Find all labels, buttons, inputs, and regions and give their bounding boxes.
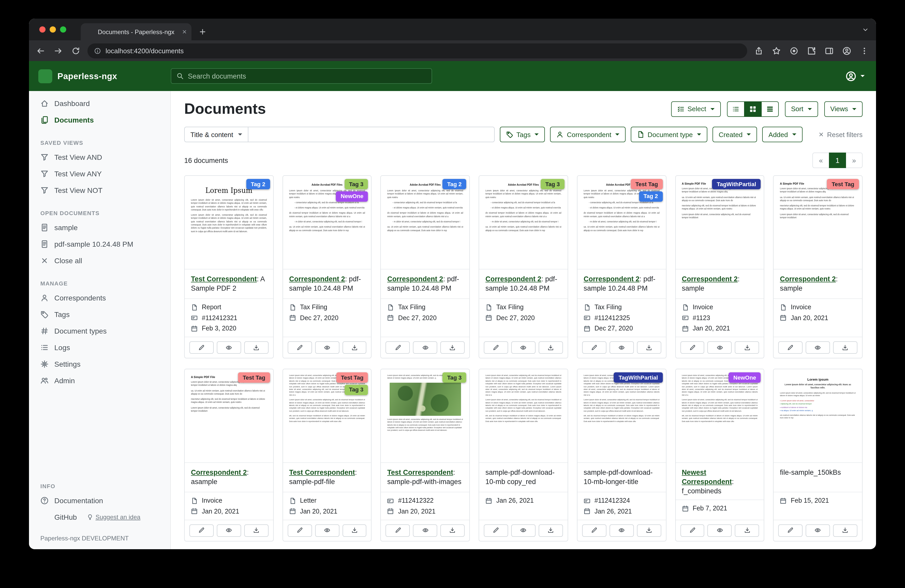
- tag-badge-tag-2[interactable]: Tag 2: [246, 179, 270, 189]
- profile-button[interactable]: [842, 46, 851, 55]
- download-document-button[interactable]: [440, 524, 465, 537]
- preview-document-button[interactable]: [413, 524, 438, 537]
- correspondent-link[interactable]: Correspondent 2: [387, 275, 443, 283]
- correspondent-link[interactable]: Correspondent 2: [584, 275, 640, 283]
- sidebar-item-pdf-sample-10-24-48-pm[interactable]: pdf-sample 10.24.48 PM: [29, 236, 170, 252]
- document-thumbnail[interactable]: Lorem ipsum dolor sit amet, consectetur …: [283, 369, 371, 463]
- download-document-button[interactable]: [637, 524, 661, 537]
- correspondent-link[interactable]: Newest Correspondent: [682, 469, 732, 486]
- edit-document-button[interactable]: [484, 341, 508, 354]
- title-content-dropdown[interactable]: Title & content: [184, 127, 248, 142]
- correspondent-link[interactable]: Correspondent 2: [780, 275, 836, 283]
- download-document-button[interactable]: [244, 341, 268, 354]
- edit-document-button[interactable]: [189, 341, 214, 354]
- correspondent-link[interactable]: Correspondent 2: [485, 275, 541, 283]
- download-document-button[interactable]: [244, 524, 268, 537]
- edit-document-button[interactable]: [582, 524, 607, 537]
- document-thumbnail[interactable]: Adobe Acrobat PDF FilesLorem ipsum dolor…: [283, 176, 371, 269]
- detail-view-button[interactable]: [761, 101, 778, 117]
- sidebar-item-test-view-not[interactable]: Test View NOT: [29, 182, 170, 198]
- close-window-button[interactable]: [39, 26, 46, 33]
- correspondent-link[interactable]: Test Correspondent: [191, 275, 257, 283]
- select-button[interactable]: Select: [671, 101, 721, 117]
- tag-badge-tag-3[interactable]: Tag 3: [345, 385, 368, 395]
- tag-badge-newone[interactable]: NewOne: [729, 372, 761, 383]
- preview-document-button[interactable]: [708, 341, 732, 354]
- edit-document-button[interactable]: [778, 524, 803, 537]
- preview-document-button[interactable]: [806, 341, 830, 354]
- previous-page-button[interactable]: «: [812, 152, 829, 168]
- edit-document-button[interactable]: [287, 341, 312, 354]
- zoom-window-button[interactable]: [60, 26, 66, 33]
- edit-document-button[interactable]: [386, 524, 410, 537]
- current-page-button[interactable]: 1: [829, 152, 846, 168]
- download-document-button[interactable]: [637, 341, 661, 354]
- download-document-button[interactable]: [539, 524, 563, 537]
- created-filter-button[interactable]: Created: [713, 127, 757, 142]
- document-thumbnail[interactable]: A Simple PDF FileLorem ipsum dolor sit a…: [675, 176, 764, 269]
- download-document-button[interactable]: [735, 524, 759, 537]
- correspondent-link[interactable]: Correspondent 2: [289, 275, 345, 283]
- tag-badge-tag-2[interactable]: Tag 2: [442, 179, 466, 189]
- preview-document-button[interactable]: [315, 524, 339, 537]
- preview-document-button[interactable]: [511, 524, 535, 537]
- document-thumbnail[interactable]: Lorem ipsum dolor sit amet, consectetur …: [381, 369, 469, 463]
- tag-badge-tag-3[interactable]: Tag 3: [541, 179, 565, 189]
- preview-document-button[interactable]: [610, 524, 634, 537]
- sidebar-item-sample[interactable]: sample: [29, 219, 170, 236]
- document-thumbnail[interactable]: A Simple PDF FileLorem ipsum dolor sit a…: [185, 369, 273, 463]
- tag-badge-tag-3[interactable]: Tag 3: [442, 372, 466, 383]
- minimize-window-button[interactable]: [50, 26, 56, 33]
- edit-document-button[interactable]: [680, 524, 705, 537]
- download-document-button[interactable]: [833, 341, 857, 354]
- browser-tab[interactable]: Documents - Paperless-ngx: [81, 23, 191, 40]
- preview-document-button[interactable]: [315, 341, 339, 354]
- preview-document-button[interactable]: [217, 524, 241, 537]
- tag-badge-tagwithpartial[interactable]: TagWithPartial: [712, 179, 761, 189]
- tag-badge-test-tag[interactable]: Test Tag: [827, 179, 859, 189]
- reset-filters-button[interactable]: Reset filters: [818, 131, 862, 138]
- document-thumbnail[interactable]: Lorem ipsum dolor sit amet, consectetur …: [578, 369, 666, 463]
- document-thumbnail[interactable]: Lorem ipsum dolor sit amet, consectetur …: [479, 369, 567, 463]
- tag-badge-tagwithpartial[interactable]: TagWithPartial: [614, 372, 662, 383]
- tag-badge-tag-2[interactable]: Tag 2: [639, 191, 662, 202]
- sidebar-item-correspondents[interactable]: Correspondents: [29, 290, 170, 306]
- correspondent-filter-button[interactable]: Correspondent: [550, 127, 626, 142]
- forward-button[interactable]: [54, 46, 63, 55]
- preview-document-button[interactable]: [806, 524, 830, 537]
- sidebar-item-admin[interactable]: Admin: [29, 372, 170, 389]
- edit-document-button[interactable]: [778, 341, 803, 354]
- tag-badge-test-tag[interactable]: Test Tag: [337, 372, 368, 383]
- tag-badge-tag-3[interactable]: Tag 3: [345, 179, 368, 189]
- correspondent-link[interactable]: Test Correspondent: [289, 469, 355, 476]
- sidebar-item-test-view-and[interactable]: Test View AND: [29, 149, 170, 165]
- edit-document-button[interactable]: [680, 341, 705, 354]
- tag-badge-test-tag[interactable]: Test Tag: [238, 372, 270, 383]
- grid-view-button[interactable]: [744, 101, 761, 117]
- edit-document-button[interactable]: [582, 341, 607, 354]
- sidebar-item-document-types[interactable]: Document types: [29, 323, 170, 339]
- download-document-button[interactable]: [342, 524, 367, 537]
- correspondent-link[interactable]: Correspondent 2: [191, 469, 247, 476]
- sidebar-item-test-view-any[interactable]: Test View ANY: [29, 165, 170, 182]
- sidebar-item-tags[interactable]: Tags: [29, 306, 170, 323]
- document-thumbnail[interactable]: Lorem IpsumLorem ipsum dolor sit amet, c…: [185, 176, 273, 269]
- sidebar-item-documentation[interactable]: Documentation: [29, 492, 170, 509]
- document-type-filter-button[interactable]: Document type: [631, 127, 707, 142]
- browser-menu-button[interactable]: [860, 46, 869, 55]
- preview-document-button[interactable]: [413, 341, 438, 354]
- tag-badge-newone[interactable]: NewOne: [336, 191, 368, 202]
- document-thumbnail[interactable]: Adobe Acrobat PDF FilesLorem ipsum dolor…: [479, 176, 567, 269]
- edit-document-button[interactable]: [484, 524, 508, 537]
- edit-document-button[interactable]: [287, 524, 312, 537]
- sidebar-item-logs[interactable]: Logs: [29, 339, 170, 356]
- document-thumbnail[interactable]: Lorem ipsum dolor sit amet, consectetur …: [675, 369, 764, 463]
- bookmark-button[interactable]: [772, 46, 781, 55]
- sidebar-link-suggest-an-idea[interactable]: Suggest an idea: [87, 514, 140, 521]
- list-view-button[interactable]: [727, 101, 744, 117]
- sidebar-item-documents[interactable]: Documents: [29, 112, 170, 128]
- download-document-button[interactable]: [833, 524, 857, 537]
- preview-document-button[interactable]: [708, 524, 732, 537]
- tag-badge-test-tag[interactable]: Test Tag: [631, 179, 662, 189]
- extension-action-icon[interactable]: [790, 46, 799, 55]
